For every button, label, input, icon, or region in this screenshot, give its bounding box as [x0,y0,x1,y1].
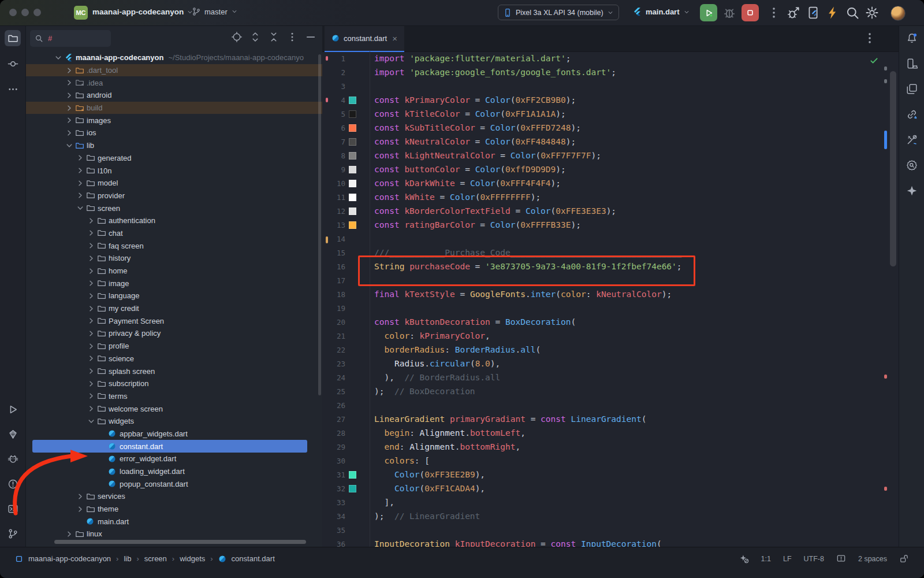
line-number[interactable]: 26 [331,401,345,410]
chevron-right-icon[interactable] [65,116,74,125]
tree-item-loading-widget-dart[interactable]: loading_widget.dart [25,465,322,478]
color-preview-swatch[interactable] [345,221,359,229]
chevron-right-icon[interactable] [76,505,85,514]
code-line[interactable]: 10const kDarkWhite = Color(0xFFF4F4F4); [322,176,899,190]
code-line[interactable]: 13const ratingBarColor = Color(0xFFFFB33… [322,218,899,232]
chevron-right-icon[interactable] [65,78,74,87]
window-controls[interactable] [9,9,41,16]
tree-item-splash-screen[interactable]: splash screen [25,365,322,377]
line-number[interactable]: 29 [331,443,345,451]
code-area[interactable]: 1import 'package:flutter/material.dart';… [322,51,899,547]
code-line[interactable]: 21 color: kPrimaryColor, [322,329,899,343]
chevron-right-icon[interactable] [76,166,85,175]
thunderbolt-icon[interactable] [826,6,840,20]
chevron-right-icon[interactable] [87,304,96,313]
line-number[interactable]: 5 [331,110,345,118]
line-number[interactable]: 28 [331,429,345,438]
chevron-right-icon[interactable] [65,103,74,113]
tree-item-appbar-widgets-dart[interactable]: appbar_widgets.dart [25,428,322,440]
code-line[interactable]: 26 [322,398,899,412]
breadcrumb-item[interactable]: widgets [180,554,205,563]
tree-item--idea[interactable]: .idea [25,76,322,89]
color-preview-swatch[interactable] [345,110,359,118]
tool-button-problems[interactable] [5,476,21,492]
chevron-right-icon[interactable] [65,128,74,138]
line-number[interactable]: 33 [331,498,345,507]
code-line[interactable]: 9const buttonColor = Color(0xffD9D9D9); [322,162,899,176]
tree-item-constant-dart[interactable]: constant.dart [25,440,322,453]
chevron-right-icon[interactable] [87,379,96,388]
chevron-right-icon[interactable] [87,316,96,325]
tool-button-build-tool-window[interactable] [904,132,920,148]
tree-item-welcome-screen[interactable]: welcome screen [25,402,322,415]
tool-button-gemini[interactable] [904,183,920,199]
caret-position[interactable]: 1:1 [761,555,771,563]
line-number[interactable]: 32 [331,484,345,493]
line-number[interactable]: 11 [331,193,345,202]
code-line[interactable]: 12const kBorderColorTextField = Color(0x… [322,204,899,218]
color-preview-swatch[interactable] [345,485,359,492]
color-preview-swatch[interactable] [345,138,359,146]
line-number[interactable]: 23 [331,360,345,368]
tree-item-l10n[interactable]: l10n [25,164,322,177]
stop-button[interactable] [742,4,759,21]
line-number[interactable]: 24 [331,373,345,382]
line-number[interactable]: 30 [331,457,345,465]
line-number[interactable]: 19 [331,304,345,313]
indent-setting[interactable]: 2 spaces [858,555,887,563]
line-number[interactable]: 36 [331,540,345,547]
code-line[interactable]: 29 end: Alignment.bottomRight, [322,440,899,454]
line-number[interactable]: 2 [331,68,345,77]
code-line[interactable]: 14 [322,232,899,246]
tree-item-faq-screen[interactable]: faq screen [25,239,322,252]
tree-item-profile[interactable]: profile [25,340,322,353]
tree-item-language[interactable]: language [25,290,322,302]
chevron-right-icon[interactable] [87,279,96,288]
branch-menu[interactable]: master [192,7,238,16]
collapse-all-icon[interactable] [268,31,280,43]
search-icon[interactable] [845,6,859,20]
expand-all-icon[interactable] [249,31,261,43]
tree-item-home[interactable]: home [25,265,322,277]
tree-item-my-credit[interactable]: my credit [25,302,322,315]
color-preview-swatch[interactable] [345,152,359,160]
line-number[interactable]: 3 [331,82,345,91]
run-button[interactable] [700,4,717,21]
line-number[interactable]: 31 [331,470,345,479]
inspections-icon[interactable] [836,554,846,564]
tree-item-provider[interactable]: provider [25,190,322,202]
tool-button-project-folder[interactable] [5,30,21,46]
tool-button-app-quality-insights[interactable] [904,157,920,173]
code-line[interactable]: 36InputDecoration kInputDecoration = con… [322,537,899,547]
maximize-window-icon[interactable] [33,9,41,16]
code-line[interactable]: 33 ], [322,495,899,509]
line-number[interactable]: 8 [331,151,345,160]
tool-button-running-devices[interactable] [904,81,920,97]
code-line[interactable]: 1import 'package:flutter/material.dart'; [322,51,899,65]
line-number[interactable]: 1 [331,54,345,63]
code-line[interactable]: 35 [322,523,899,537]
attach-debugger-icon[interactable] [787,6,800,20]
chevron-down-icon[interactable] [87,417,96,426]
chevron-right-icon[interactable] [65,91,74,100]
tree-vertical-scrollbar[interactable] [318,54,321,395]
tree-item-image[interactable]: image [25,277,322,290]
code-line[interactable]: 32 Color(0xFF1CADA4), [322,481,899,495]
tree-item-ios[interactable]: ios [25,127,322,139]
tree-item-root[interactable]: maanai-app-codecanyon~/StudioProjects/ma… [25,51,322,64]
tree-item-main-dart[interactable]: main.dart [25,515,322,528]
tree-item-history[interactable]: history [25,252,322,265]
tree-item-payment-screen[interactable]: Payment Screen [25,314,322,327]
close-window-icon[interactable] [9,9,17,16]
tree-item-linux[interactable]: linux [25,528,322,540]
color-preview-swatch[interactable] [345,180,359,187]
tree-item-model[interactable]: model [25,177,322,190]
settings-gear-icon[interactable] [865,6,879,20]
code-line[interactable]: 24 ), // BorderRadius.all [322,370,899,384]
tool-button-run-tool-window[interactable] [5,401,21,417]
line-number[interactable]: 16 [331,262,345,271]
chevron-right-icon[interactable] [76,179,85,188]
code-line[interactable]: 8const kLightNeutralColor = Color(0xFF7F… [322,149,899,162]
line-number[interactable]: 25 [331,387,345,396]
tree-item-screen[interactable]: screen [25,202,322,214]
